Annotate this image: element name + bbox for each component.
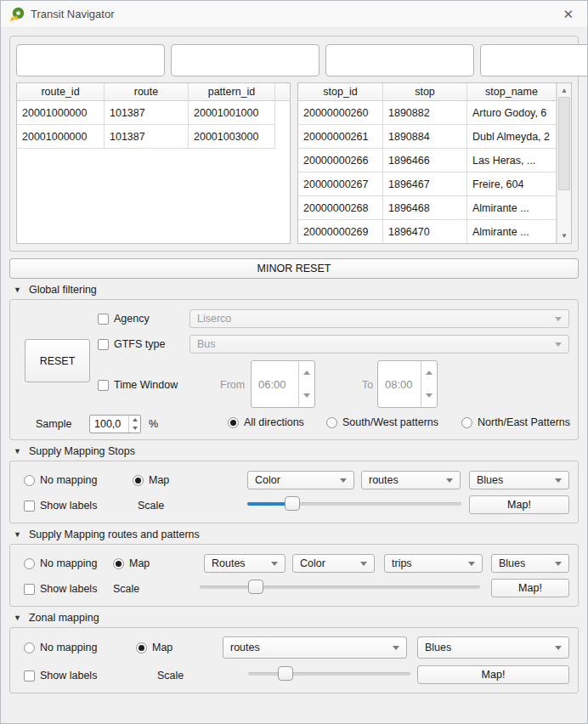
column-header[interactable]: route_id bbox=[17, 83, 105, 101]
style-combo[interactable]: Color bbox=[292, 554, 375, 573]
chevron-down-icon bbox=[271, 562, 278, 566]
sample-spinbox[interactable]: 100,0 bbox=[89, 415, 141, 433]
palette-combo[interactable]: Blues bbox=[417, 636, 569, 659]
close-icon[interactable]: ✕ bbox=[557, 5, 579, 23]
column-header[interactable]: route bbox=[105, 83, 189, 101]
from-label: From bbox=[220, 379, 245, 391]
pattern-id-filter-input[interactable] bbox=[325, 44, 474, 76]
agency-checkbox[interactable]: Agency bbox=[98, 313, 150, 325]
chevron-down-icon bbox=[555, 317, 562, 321]
section-header-global-filtering[interactable]: ▼ Global filtering bbox=[9, 279, 579, 299]
spin-up-icon[interactable] bbox=[129, 416, 140, 424]
value-combo[interactable]: routes bbox=[361, 471, 461, 489]
stops-table-scrollbar[interactable]: ▲ ▼ bbox=[557, 83, 571, 243]
section-title: Zonal mapping bbox=[29, 612, 99, 624]
table-row[interactable]: 20000000268 1896468 Almirante ... bbox=[298, 196, 571, 220]
slider-handle[interactable] bbox=[278, 666, 293, 681]
slider-handle[interactable] bbox=[285, 496, 300, 511]
filter-inputs-row bbox=[16, 44, 572, 76]
transit-navigator-window: Transit Navigator ✕ route_id route pat bbox=[0, 0, 588, 724]
spin-up-icon[interactable] bbox=[299, 361, 314, 384]
section-title: Global filtering bbox=[29, 284, 97, 296]
table-row[interactable]: 20001000000 101387 20001003000 bbox=[17, 125, 290, 149]
time-to-spinbox[interactable]: 08:00 bbox=[377, 360, 438, 408]
map-radio[interactable]: Map bbox=[113, 557, 150, 569]
chevron-down-icon bbox=[360, 562, 367, 566]
no-mapping-radio[interactable]: No mapping bbox=[24, 474, 97, 486]
header-filler bbox=[275, 83, 290, 101]
time-window-checkbox[interactable]: Time Window bbox=[98, 379, 178, 391]
map-radio[interactable]: Map bbox=[136, 642, 172, 653]
no-mapping-radio[interactable]: No mapping bbox=[24, 557, 97, 569]
stops-table: stop_id stop stop_name 20000000260 18908… bbox=[297, 82, 572, 244]
table-row[interactable]: 20000000260 1890882 Arturo Godoy, 6 bbox=[298, 101, 571, 125]
style-combo[interactable]: Color bbox=[247, 471, 354, 489]
routes-table: route_id route pattern_id 20001000000 10… bbox=[16, 82, 291, 244]
palette-combo[interactable]: Blues bbox=[469, 471, 569, 489]
collapse-arrow-icon[interactable]: ▼ bbox=[14, 614, 21, 622]
section-header-supply-stops[interactable]: ▼ Supply Mapping Stops bbox=[9, 440, 579, 461]
column-header[interactable]: stop_name bbox=[467, 83, 557, 101]
gtfs-type-checkbox[interactable]: GTFS type bbox=[98, 338, 165, 350]
stops-table-header: stop_id stop stop_name bbox=[298, 83, 571, 101]
collapse-arrow-icon[interactable]: ▼ bbox=[14, 286, 21, 294]
map-radio[interactable]: Map bbox=[133, 474, 169, 486]
map-button[interactable]: Map! bbox=[469, 495, 569, 514]
window-title: Transit Navigator bbox=[31, 8, 115, 20]
column-header[interactable]: stop_id bbox=[298, 83, 383, 101]
reset-button[interactable]: RESET bbox=[25, 339, 90, 382]
column-header[interactable]: pattern_id bbox=[189, 83, 275, 101]
all-directions-radio[interactable]: All directions bbox=[228, 416, 304, 428]
spin-down-icon[interactable] bbox=[299, 384, 314, 407]
layer-combo[interactable]: Routes bbox=[204, 554, 286, 573]
route-filter-input[interactable] bbox=[171, 44, 319, 76]
scale-slider[interactable] bbox=[247, 495, 461, 512]
show-labels-checkbox[interactable]: Show labels bbox=[24, 583, 97, 595]
global-filtering-group: RESET Agency Liserco GTFS type Bus Time … bbox=[9, 299, 579, 440]
collapse-arrow-icon[interactable]: ▼ bbox=[14, 447, 21, 455]
scale-label: Scale bbox=[157, 670, 184, 682]
chevron-down-icon bbox=[393, 646, 399, 650]
spin-down-icon[interactable] bbox=[129, 424, 140, 433]
section-header-supply-routes[interactable]: ▼ Supply Mapping routes and patterns bbox=[9, 523, 579, 544]
table-row[interactable]: 20000000266 1896466 Las Heras, ... bbox=[298, 149, 571, 173]
to-label: To bbox=[362, 379, 373, 391]
show-labels-checkbox[interactable]: Show labels bbox=[24, 670, 97, 682]
gtfs-type-combo[interactable]: Bus bbox=[189, 335, 569, 354]
column-header[interactable]: stop bbox=[383, 83, 467, 101]
time-from-spinbox[interactable]: 06:00 bbox=[251, 360, 315, 408]
minor-reset-button[interactable]: MINOR RESET bbox=[9, 258, 579, 279]
show-labels-checkbox[interactable]: Show labels bbox=[24, 500, 97, 512]
routes-table-header: route_id route pattern_id bbox=[17, 83, 290, 101]
no-mapping-radio[interactable]: No mapping bbox=[24, 642, 97, 653]
scroll-up-icon[interactable]: ▲ bbox=[557, 84, 571, 97]
route-id-filter-input[interactable] bbox=[16, 44, 165, 76]
table-row[interactable]: 20000000261 1890884 Dubl Almeyda, 2 bbox=[298, 125, 571, 149]
scale-slider[interactable] bbox=[200, 579, 480, 596]
spin-up-icon[interactable] bbox=[421, 361, 437, 384]
supply-stops-group: No mapping Map Color routes Blues Show l… bbox=[9, 461, 579, 523]
north-east-patterns-radio[interactable]: North/East Patterns bbox=[461, 416, 570, 428]
stop-id-filter-input[interactable] bbox=[480, 44, 588, 76]
scroll-down-icon[interactable]: ▼ bbox=[557, 229, 571, 242]
table-row[interactable]: 20000000267 1896467 Freire, 604 bbox=[298, 173, 571, 196]
palette-combo[interactable]: Blues bbox=[491, 554, 569, 573]
chevron-down-icon bbox=[555, 562, 562, 566]
chevron-down-icon bbox=[555, 478, 562, 483]
table-row[interactable]: 20000000269 1896470 Almirante ... bbox=[298, 220, 571, 244]
scrollbar-thumb[interactable] bbox=[558, 97, 570, 190]
supply-routes-group: No mapping Map Routes Color trips Blues bbox=[9, 544, 579, 607]
scale-slider[interactable] bbox=[248, 665, 410, 682]
map-button[interactable]: Map! bbox=[491, 579, 569, 597]
collapse-arrow-icon[interactable]: ▼ bbox=[14, 530, 21, 539]
chevron-down-icon bbox=[555, 342, 562, 347]
value-combo[interactable]: trips bbox=[384, 554, 483, 573]
south-west-patterns-radio[interactable]: South/West patterns bbox=[326, 416, 438, 428]
agency-combo[interactable]: Liserco bbox=[189, 309, 569, 328]
slider-handle[interactable] bbox=[248, 580, 263, 594]
spin-down-icon[interactable] bbox=[421, 384, 437, 407]
value-combo[interactable]: routes bbox=[223, 636, 407, 659]
section-header-zonal[interactable]: ▼ Zonal mapping bbox=[9, 607, 579, 627]
table-row[interactable]: 20001000000 101387 20001001000 bbox=[17, 101, 290, 125]
map-button[interactable]: Map! bbox=[417, 665, 569, 684]
